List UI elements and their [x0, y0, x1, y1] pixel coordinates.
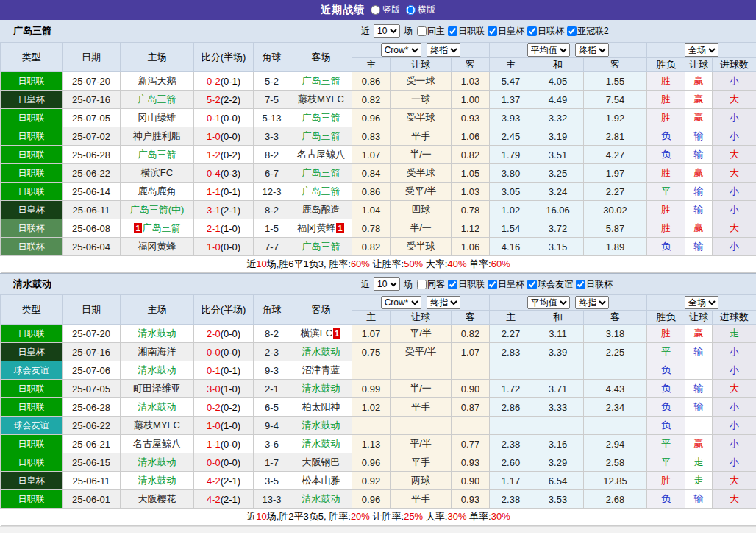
- home-team-link[interactable]: 清水鼓动: [121, 361, 194, 380]
- away-team-link[interactable]: 大阪钢巴: [290, 453, 352, 472]
- league-checkbox-input[interactable]: [576, 280, 585, 289]
- away-team-link[interactable]: 广岛三箭: [290, 164, 352, 183]
- home-team-link[interactable]: 鹿岛鹿角: [121, 183, 194, 201]
- league-checkbox-input[interactable]: [488, 280, 497, 289]
- recent-count-select[interactable]: 10: [374, 277, 400, 291]
- horizontal-scrollbar[interactable]: [0, 526, 756, 533]
- league-checkbox[interactable]: 球会友谊: [525, 278, 573, 291]
- score-cell[interactable]: 0-2(0-2): [194, 398, 254, 417]
- score-cell[interactable]: 1-0(1-0): [194, 417, 254, 435]
- score-cell[interactable]: 1-2(0-2): [194, 146, 254, 164]
- away-team-link[interactable]: 广岛三箭: [290, 183, 352, 201]
- away-team-link[interactable]: 名古屋鲸八: [290, 146, 352, 164]
- home-team-link[interactable]: 广岛三箭: [121, 91, 194, 109]
- score-cell[interactable]: 1-1(0-1): [194, 183, 254, 201]
- score-cell[interactable]: 1-0(0-0): [194, 127, 254, 146]
- home-team-link[interactable]: 清水鼓动: [121, 398, 194, 417]
- score-cell[interactable]: 4-2(2-1): [194, 490, 254, 509]
- home-team-link[interactable]: 冈山绿雉: [121, 109, 194, 127]
- away-team-link[interactable]: 松本山雅: [290, 472, 352, 490]
- away-team-link[interactable]: 柏太阳神: [290, 398, 352, 417]
- average-select[interactable]: 平均值: [527, 296, 570, 309]
- away-team-link[interactable]: 藤枝MYFC: [290, 91, 352, 109]
- league-checkbox[interactable]: 日皇杯: [485, 25, 524, 38]
- average-time-select[interactable]: 终指: [575, 296, 609, 309]
- same-venue-checkbox-input[interactable]: [417, 280, 427, 289]
- league-checkbox-input[interactable]: [527, 26, 537, 36]
- league-checkbox[interactable]: 日联杯: [574, 278, 613, 291]
- average-time-select[interactable]: 终指: [575, 43, 609, 57]
- score-cell[interactable]: 5-2(2-2): [194, 91, 254, 109]
- away-team-link[interactable]: 鹿岛酿造: [290, 201, 352, 219]
- score-cell[interactable]: 0-1(0-0): [194, 109, 254, 127]
- home-team-link[interactable]: 湘南海洋: [121, 343, 194, 361]
- league-checkbox-input[interactable]: [448, 26, 457, 36]
- average-select[interactable]: 平均值: [527, 43, 570, 57]
- score-cell[interactable]: 0-2(0-1): [194, 72, 254, 91]
- league-checkbox-input[interactable]: [567, 26, 577, 36]
- home-team-link[interactable]: 福冈黄蜂: [121, 238, 194, 256]
- league-checkbox-input[interactable]: [527, 280, 537, 289]
- away-team-link[interactable]: 广岛三箭: [290, 127, 352, 146]
- result-handicap-cell: 赢: [685, 72, 713, 91]
- layout-radio-vertical-input[interactable]: [371, 5, 380, 15]
- layout-radio-vertical[interactable]: 竖版: [371, 4, 400, 16]
- away-team-link[interactable]: 福冈黄蜂1: [290, 219, 352, 238]
- league-checkbox[interactable]: 亚冠联2: [565, 25, 609, 38]
- date-cell: 25-07-20: [63, 72, 121, 91]
- same-venue-checkbox-input[interactable]: [417, 26, 427, 36]
- home-team-link[interactable]: 名古屋鲸八: [121, 435, 194, 453]
- avg-home-cell: 2.27: [490, 325, 532, 343]
- odds-source-select[interactable]: Crow*: [381, 296, 421, 309]
- away-team-link[interactable]: 清水鼓动: [290, 343, 352, 361]
- layout-radio-horizontal-input[interactable]: [406, 5, 416, 15]
- home-team-link[interactable]: 町田泽维亚: [121, 380, 194, 398]
- away-team-link[interactable]: 沼津青蓝: [290, 361, 352, 380]
- home-team-link[interactable]: 新泻天鹅: [121, 72, 194, 91]
- league-checkbox[interactable]: 日联杯: [525, 25, 564, 38]
- score-cell[interactable]: 2-0(0-0): [194, 325, 254, 343]
- scope-select[interactable]: 全场: [685, 43, 718, 57]
- same-venue-checkbox[interactable]: 同客: [415, 278, 445, 291]
- odds-time-select[interactable]: 终指: [427, 296, 460, 309]
- home-team-link[interactable]: 清水鼓动: [121, 472, 194, 490]
- score-cell[interactable]: 0-0(0-0): [194, 453, 254, 472]
- score-cell[interactable]: 1-1(0-0): [194, 435, 254, 453]
- away-team-link[interactable]: 清水鼓动: [290, 380, 352, 398]
- league-checkbox[interactable]: 日职联: [446, 278, 485, 291]
- league-checkbox-input[interactable]: [488, 26, 497, 36]
- home-team-link[interactable]: 1广岛三箭: [121, 219, 194, 238]
- score-cell[interactable]: 3-1(2-1): [194, 201, 254, 219]
- home-team-link[interactable]: 大阪樱花: [121, 490, 194, 509]
- home-team-link[interactable]: 藤枝MYFC: [121, 417, 194, 435]
- home-team-link[interactable]: 清水鼓动: [121, 453, 194, 472]
- layout-radio-horizontal[interactable]: 横版: [406, 4, 435, 16]
- away-team-link[interactable]: 广岛三箭: [290, 72, 352, 91]
- away-team-link[interactable]: 清水鼓动: [290, 435, 352, 453]
- score-cell[interactable]: 0-0(0-0): [194, 343, 254, 361]
- home-team-link[interactable]: 清水鼓动: [121, 325, 194, 343]
- recent-count-select[interactable]: 10: [374, 24, 400, 38]
- score-cell[interactable]: 0-4(0-3): [194, 164, 254, 183]
- away-team-link[interactable]: 横滨FC1: [290, 325, 352, 343]
- score-cell[interactable]: 0-1(0-1): [194, 361, 254, 380]
- home-team-link[interactable]: 广岛三箭(中): [121, 201, 194, 219]
- same-venue-checkbox[interactable]: 同主: [415, 25, 445, 38]
- away-team-link[interactable]: 广岛三箭: [290, 109, 352, 127]
- away-team-link[interactable]: 广岛三箭: [290, 238, 352, 256]
- league-checkbox[interactable]: 日职联: [446, 25, 485, 38]
- away-team-link[interactable]: 清水鼓动: [290, 490, 352, 509]
- score-cell[interactable]: 2-1(1-0): [194, 219, 254, 238]
- scope-select[interactable]: 全场: [685, 296, 718, 309]
- away-team-link[interactable]: 清水鼓动: [290, 417, 352, 435]
- odds-time-select[interactable]: 终指: [427, 43, 460, 57]
- score-cell[interactable]: 4-2(2-1): [194, 472, 254, 490]
- home-team-link[interactable]: 横滨FC: [121, 164, 194, 183]
- league-checkbox[interactable]: 日皇杯: [485, 278, 524, 291]
- odds-source-select[interactable]: Crow*: [381, 43, 421, 57]
- score-cell[interactable]: 3-0(1-0): [194, 380, 254, 398]
- score-cell[interactable]: 1-0(0-0): [194, 238, 254, 256]
- home-team-link[interactable]: 神户胜利船: [121, 127, 194, 146]
- league-checkbox-input[interactable]: [448, 280, 457, 289]
- home-team-link[interactable]: 广岛三箭: [121, 146, 194, 164]
